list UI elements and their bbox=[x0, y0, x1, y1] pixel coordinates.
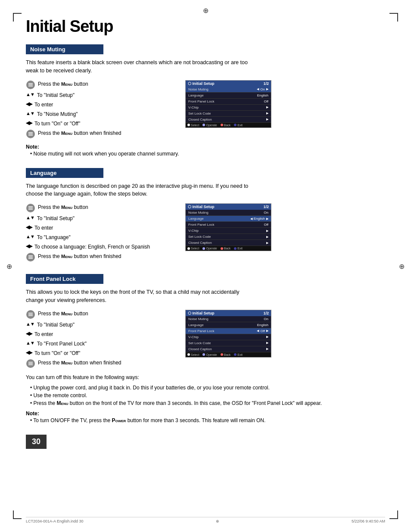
footer-right: 5/22/06 9:40:50 AM bbox=[352, 519, 385, 523]
menu-button-icon bbox=[26, 80, 35, 90]
instruction-row: ▲▼To "Initial Setup" bbox=[26, 215, 172, 222]
osd-footer: Select Operate Back Exit bbox=[186, 246, 271, 251]
instruction-row: Press the Menu button when finished bbox=[26, 252, 172, 262]
bullet-item: Unplug the power cord, and plug it back … bbox=[30, 384, 332, 392]
svg-rect-19 bbox=[28, 315, 33, 316]
bullet-item: Press the Menu button on the front of th… bbox=[30, 399, 332, 407]
section-content: Press the Menu button▲▼To "Initial Setup… bbox=[26, 310, 385, 370]
instruction-text: Press the Menu button bbox=[38, 310, 88, 317]
osd-footer: Select Operate Back Exit bbox=[186, 352, 271, 357]
svg-rect-3 bbox=[28, 86, 33, 87]
section-content: Press the Menu button▲▼To "Initial Setup… bbox=[26, 80, 385, 140]
osd-row: Set Lock Code▶ bbox=[186, 234, 271, 240]
svg-rect-9 bbox=[28, 206, 33, 207]
svg-rect-6 bbox=[28, 134, 33, 134]
osd-row: Front Panel LockOff bbox=[186, 222, 271, 228]
menu-button-icon bbox=[26, 310, 35, 319]
svg-rect-15 bbox=[28, 258, 33, 259]
page-title: Initial Setup bbox=[26, 17, 385, 36]
section-noise-muting: Noise MutingThis feature inserts a blank… bbox=[26, 44, 385, 158]
svg-rect-11 bbox=[28, 209, 33, 210]
menu-button-icon bbox=[26, 252, 35, 262]
instruction-text: To enter bbox=[34, 224, 53, 232]
svg-rect-23 bbox=[28, 364, 33, 365]
svg-rect-5 bbox=[28, 132, 33, 133]
instruction-row: ◀▶To enter bbox=[26, 330, 172, 338]
instruction-row: ▲▼To "Front Panel Lock" bbox=[26, 340, 172, 348]
menu-button-icon bbox=[26, 129, 35, 139]
footer-bar: LCT2034-001A-A English.indd 30 ⊕ 5/22/06… bbox=[26, 517, 385, 523]
instruction-row: ◀▶To choose a language: English, French … bbox=[26, 243, 172, 251]
osd-row: V-Chip▶ bbox=[186, 105, 271, 111]
osd-row: V-Chip▶ bbox=[186, 334, 271, 340]
instruction-row: Press the Menu button bbox=[26, 310, 172, 319]
instructions: Press the Menu button▲▼To "Initial Setup… bbox=[26, 203, 172, 264]
instructions: Press the Menu button▲▼To "Initial Setup… bbox=[26, 80, 172, 140]
osd-title-bar: ⬡ Initial Setup1/2 bbox=[186, 81, 271, 87]
osd-row: Noise MutingOn bbox=[186, 316, 271, 322]
svg-rect-2 bbox=[28, 84, 33, 85]
instruction-row: Press the Menu button when finished bbox=[26, 359, 172, 368]
osd-row: Noise MutingOn bbox=[186, 210, 271, 216]
menu-button-icon bbox=[26, 359, 35, 368]
osd-screen: ⬡ Initial Setup1/2Noise Muting◀On▶Langua… bbox=[185, 80, 271, 128]
svg-rect-17 bbox=[28, 313, 33, 314]
instruction-text: To turn "On" or "Off" bbox=[34, 120, 80, 128]
updown-arrow-icon: ▲▼ bbox=[26, 111, 34, 116]
leftright-arrow-icon: ◀▶ bbox=[26, 244, 32, 249]
instruction-row: ▲▼To "Initial Setup" bbox=[26, 91, 172, 99]
instruction-row: Press the Menu button when finished bbox=[26, 129, 172, 139]
section-description: The language function is described on pa… bbox=[26, 182, 250, 199]
section-description: This allows you to lock the keys on the … bbox=[26, 288, 250, 305]
instruction-row: ◀▶To enter bbox=[26, 224, 172, 232]
bullet-intro: You can turn off this feature in the fol… bbox=[26, 374, 385, 380]
osd-row: Closed Caption▶ bbox=[186, 240, 271, 246]
section-front-panel-lock: Front Panel LockThis allows you to lock … bbox=[26, 274, 385, 424]
osd-screen: ⬡ Initial Setup1/2Noise MutingOnLanguage… bbox=[185, 310, 271, 358]
instruction-text: To choose a language: English, French or… bbox=[34, 243, 150, 251]
leftright-arrow-icon: ◀▶ bbox=[26, 225, 32, 230]
instruction-row: ◀▶To enter bbox=[26, 101, 172, 109]
osd-row: Front Panel LockOff bbox=[186, 99, 271, 105]
instruction-text: To turn "On" or "Off" bbox=[34, 349, 80, 357]
osd-row: V-Chip▶ bbox=[186, 228, 271, 234]
leftright-arrow-icon: ◀▶ bbox=[26, 121, 32, 125]
svg-rect-10 bbox=[28, 208, 33, 208]
crosshair-bottom: ⊕ bbox=[216, 519, 219, 523]
instruction-text: Press the Menu button bbox=[38, 80, 88, 88]
instruction-text: To enter bbox=[34, 101, 53, 109]
osd-body: Noise MutingOnLanguage◀English▶Front Pan… bbox=[186, 210, 271, 246]
osd-title-bar: ⬡ Initial Setup1/2 bbox=[186, 204, 271, 210]
osd-row: LanguageEnglish bbox=[186, 322, 271, 328]
instruction-row: ◀▶To turn "On" or "Off" bbox=[26, 120, 172, 128]
corner-mark-bl bbox=[13, 510, 22, 519]
svg-rect-21 bbox=[28, 362, 33, 363]
instructions: Press the Menu button▲▼To "Initial Setup… bbox=[26, 310, 172, 370]
bullet-item: Use the remote control. bbox=[30, 392, 332, 399]
osd-row: Set Lock Code▶ bbox=[186, 111, 271, 117]
leftright-arrow-icon: ◀▶ bbox=[26, 102, 32, 106]
instruction-text: Press the Menu button when finished bbox=[38, 252, 121, 260]
osd-row: Front Panel Lock◀Off▶ bbox=[186, 328, 271, 334]
instruction-row: ▲▼To "Noise Muting" bbox=[26, 110, 172, 118]
osd-screen: ⬡ Initial Setup1/2Noise MutingOnLanguage… bbox=[185, 203, 271, 251]
osd-row: Language◀English▶ bbox=[186, 216, 271, 222]
section-header: Front Panel Lock bbox=[26, 274, 103, 284]
osd-body: Noise MutingOnLanguageEnglishFront Panel… bbox=[186, 316, 271, 352]
note-item: To turn ON/OFF the TV, press the Power b… bbox=[30, 417, 385, 424]
instruction-text: Press the Menu button when finished bbox=[38, 129, 121, 137]
instruction-text: To "Noise Muting" bbox=[37, 110, 78, 118]
note-item: Noise muting will not work when you oper… bbox=[30, 150, 385, 158]
instruction-text: Press the Menu button bbox=[38, 203, 88, 211]
instruction-text: To enter bbox=[34, 330, 53, 338]
instruction-text: To "Initial Setup" bbox=[37, 321, 75, 329]
instruction-text: Press the Menu button when finished bbox=[38, 359, 121, 367]
instruction-row: ◀▶To turn "On" or "Off" bbox=[26, 349, 172, 357]
note-title: Note: bbox=[26, 144, 385, 150]
instruction-row: Press the Menu button bbox=[26, 80, 172, 90]
osd-footer: Select Operate Back Exit bbox=[186, 123, 271, 128]
updown-arrow-icon: ▲▼ bbox=[26, 215, 34, 220]
svg-rect-22 bbox=[28, 363, 33, 364]
sections-container: Noise MutingThis feature inserts a blank… bbox=[26, 44, 385, 449]
osd-row: Closed Caption▶ bbox=[186, 346, 271, 352]
